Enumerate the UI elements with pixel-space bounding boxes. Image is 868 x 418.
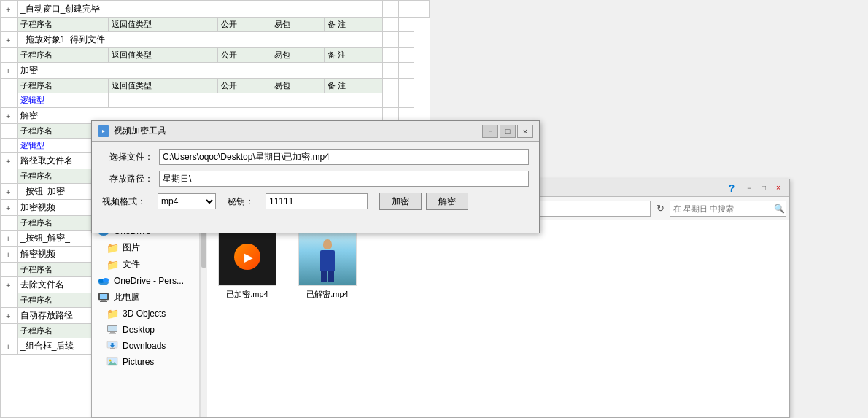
file-item-decrypted[interactable]: 已解密.mp4 xyxy=(295,228,360,300)
scrollbar-thumb xyxy=(201,231,206,268)
expand-btn-2[interactable]: + xyxy=(4,36,12,44)
explorer-max-btn[interactable]: □ xyxy=(757,182,770,194)
sidebar-label-thispc: 此电脑 xyxy=(114,291,140,303)
dialog-max-btn[interactable]: □ xyxy=(500,125,516,138)
dialog-close-btn[interactable]: × xyxy=(517,125,533,138)
table-row: + _拖放对象1_得到文件 xyxy=(1,32,430,48)
sidebar-item-downloads[interactable]: Downloads xyxy=(92,338,199,354)
expand-btn-7[interactable]: + xyxy=(4,204,12,212)
pictures-icon xyxy=(106,356,118,368)
play-button-icon: ▶ xyxy=(234,244,260,270)
onedrive-pers-icon xyxy=(98,275,109,287)
dialog-row-options: 视频格式： mp4 秘钥： 加密 解密 xyxy=(102,193,529,210)
section-name-2: _拖放对象1_得到文件 xyxy=(18,32,383,48)
decrypt-btn[interactable]: 解密 xyxy=(426,193,468,210)
folder-icon-3dobjects: 📁 xyxy=(106,308,118,320)
file-thumb-encrypted: ▶ xyxy=(218,228,276,286)
svg-rect-18 xyxy=(110,348,115,349)
person-head xyxy=(323,239,332,249)
sidebar-label-onedrive-pers: OneDrive - Pers... xyxy=(114,276,184,286)
table-row: + 加密 xyxy=(1,63,430,79)
sidebar-item-3dobjects[interactable]: 📁 3D Objects xyxy=(92,306,199,322)
section-name-3: 加密 xyxy=(18,63,383,79)
explorer-content: OneDrive 📁 图片 📁 文件 xyxy=(92,220,789,417)
sidebar-item-thispc[interactable]: 此电脑 xyxy=(92,289,199,306)
svg-point-5 xyxy=(103,278,109,282)
person-figure xyxy=(320,239,335,282)
explorer-close-btn[interactable]: × xyxy=(772,182,785,194)
format-select[interactable]: mp4 xyxy=(158,193,216,209)
expand-btn-9[interactable]: + xyxy=(4,250,12,259)
expand-btn-12[interactable]: + xyxy=(4,342,12,351)
person-leg-left xyxy=(321,271,327,282)
expand-btn-8[interactable]: + xyxy=(4,234,12,243)
table-row: + _自动窗口_创建完毕 xyxy=(1,1,430,18)
sidebar-scrollbar[interactable] xyxy=(200,220,207,417)
svg-rect-11 xyxy=(108,326,117,331)
sidebar-container: OneDrive 📁 图片 📁 文件 xyxy=(92,220,207,417)
expand-btn-1[interactable]: + xyxy=(4,5,12,14)
search-icon[interactable]: 🔍 xyxy=(774,204,785,214)
expand-btn-10[interactable]: + xyxy=(4,281,12,290)
select-file-label: 选择文件： xyxy=(102,151,153,163)
dialog-title-left: 视频加密工具 xyxy=(98,125,166,137)
expand-btn-6[interactable]: + xyxy=(4,187,12,196)
sidebar-label-files-od: 文件 xyxy=(123,258,140,271)
expand-btn-3[interactable]: + xyxy=(4,66,12,75)
dialog-row-savepath: 存放路径： xyxy=(102,171,529,187)
svg-rect-7 xyxy=(100,294,107,299)
sidebar-label-downloads: Downloads xyxy=(123,341,166,351)
person-leg-right xyxy=(328,271,334,282)
encrypt-btn[interactable]: 加密 xyxy=(379,193,422,210)
table-row: 逻辑型 xyxy=(1,93,430,108)
person-body xyxy=(320,250,335,271)
sidebar-label-pictures: Pictures xyxy=(123,357,154,367)
svg-rect-8 xyxy=(101,300,106,301)
key-input[interactable] xyxy=(266,193,368,209)
expand-btn-4[interactable]: + xyxy=(4,112,12,120)
select-file-input[interactable] xyxy=(159,149,529,165)
expand-btn-5[interactable]: + xyxy=(4,157,12,166)
sidebar-item-pictures-od[interactable]: 📁 图片 xyxy=(92,239,199,256)
key-label: 秘钥： xyxy=(228,196,254,208)
file-item-encrypted[interactable]: ▶ 已加密.mp4 xyxy=(214,228,280,300)
table-row: 子程序名 返回值类型 公开 易包 备 注 xyxy=(1,48,430,63)
expand-btn-11[interactable]: + xyxy=(4,311,12,320)
folder-icon-files-od: 📁 xyxy=(106,259,118,271)
search-input[interactable] xyxy=(673,204,774,213)
file-label-encrypted: 已加密.mp4 xyxy=(226,289,268,300)
dialog-titlebar: 视频加密工具 － □ × xyxy=(92,121,539,142)
format-label: 视频格式： xyxy=(102,196,146,208)
explorer-help-btn[interactable]: ? xyxy=(725,182,738,194)
table-row: 子程序名 返回值类型 公开 易包 备 注 xyxy=(1,18,430,32)
savepath-input[interactable] xyxy=(159,171,529,187)
svg-rect-17 xyxy=(112,343,114,345)
return-type-link-3[interactable]: 逻辑型 xyxy=(18,93,109,108)
decrypted-preview xyxy=(299,228,356,285)
sidebar-item-files-od[interactable]: 📁 文件 xyxy=(92,256,199,273)
table-row: 子程序名 返回值类型 公开 易包 备 注 xyxy=(1,79,430,93)
explorer-sidebar: OneDrive 📁 图片 📁 文件 xyxy=(92,220,200,417)
encrypted-preview: ▶ xyxy=(219,228,276,285)
file-thumb-decrypted xyxy=(298,228,357,286)
explorer-min-btn[interactable]: － xyxy=(743,182,756,194)
savepath-label: 存放路径： xyxy=(102,173,153,185)
sidebar-label-desktop: Desktop xyxy=(123,325,155,335)
refresh-btn[interactable]: ↻ xyxy=(652,201,668,217)
sidebar-item-onedrive-pers[interactable]: OneDrive - Pers... xyxy=(92,273,199,289)
svg-rect-9 xyxy=(100,301,107,302)
sidebar-item-desktop[interactable]: Desktop xyxy=(92,322,199,338)
folder-icon-pictures-od: 📁 xyxy=(106,242,118,254)
sidebar-label-3dobjects: 3D Objects xyxy=(123,309,166,319)
dialog-title-text: 视频加密工具 xyxy=(114,125,166,137)
dialog-app-icon xyxy=(98,125,109,137)
svg-rect-12 xyxy=(110,332,115,333)
pc-icon xyxy=(98,292,109,303)
dialog-min-btn[interactable]: － xyxy=(482,125,498,138)
search-bar: 🔍 xyxy=(670,201,786,217)
download-icon xyxy=(106,340,118,352)
sidebar-item-pictures[interactable]: Pictures xyxy=(92,354,199,370)
file-area: ▶ 已加密.mp4 xyxy=(207,220,789,417)
dialog-controls: － □ × xyxy=(482,125,533,138)
section-name-1: _自动窗口_创建完毕 xyxy=(18,1,383,18)
